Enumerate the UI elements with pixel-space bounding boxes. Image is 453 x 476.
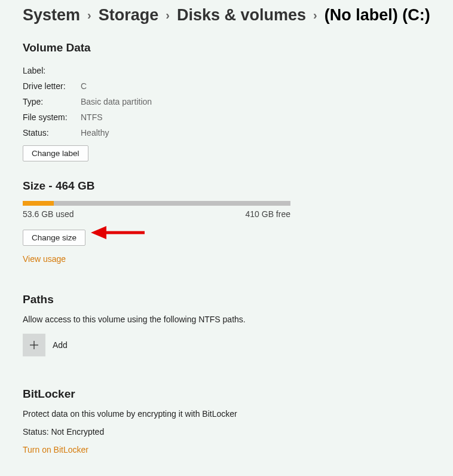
turn-on-bitlocker-link[interactable]: Turn on BitLocker — [23, 445, 88, 454]
drive-letter-key: Drive letter: — [23, 78, 81, 94]
plus-icon — [29, 340, 39, 350]
bitlocker-status: Status: Not Encrypted — [23, 427, 430, 437]
breadcrumb-current: (No label) (C:) — [325, 6, 430, 25]
chevron-right-icon: › — [310, 8, 321, 22]
usage-used-label: 53.6 GB used — [23, 209, 74, 219]
volume-data-title: Volume Data — [23, 41, 430, 54]
type-value: Basic data partition — [81, 94, 152, 109]
breadcrumb-storage[interactable]: Storage — [99, 6, 159, 25]
chevron-right-icon: › — [84, 8, 95, 22]
change-label-button[interactable]: Change label — [23, 145, 88, 161]
annotation-arrow-icon — [90, 224, 146, 242]
chevron-right-icon: › — [162, 8, 173, 22]
usage-bar-fill — [23, 201, 54, 206]
breadcrumb-disks-volumes[interactable]: Disks & volumes — [177, 6, 306, 25]
usage-free-label: 410 GB free — [246, 209, 291, 219]
file-system-value: NTFS — [81, 109, 103, 125]
breadcrumb-system[interactable]: System — [23, 6, 80, 25]
change-size-button[interactable]: Change size — [23, 230, 85, 246]
paths-title: Paths — [23, 293, 430, 306]
paths-description: Allow access to this volume using the fo… — [23, 315, 430, 324]
file-system-key: File system: — [23, 109, 81, 125]
drive-letter-value: C — [81, 78, 87, 94]
add-path-button[interactable] — [23, 334, 45, 356]
type-key: Type: — [23, 94, 81, 109]
status-value: Healthy — [81, 125, 109, 141]
size-title: Size - 464 GB — [23, 179, 430, 193]
bitlocker-title: BitLocker — [23, 387, 430, 401]
bitlocker-description: Protect data on this volume by encryptin… — [23, 409, 430, 419]
status-key: Status: — [23, 125, 81, 141]
volume-data-table: Label: Drive letter: C Type: Basic data … — [23, 63, 430, 141]
svg-marker-1 — [91, 226, 106, 239]
label-key: Label: — [23, 63, 81, 78]
view-usage-link[interactable]: View usage — [23, 254, 66, 264]
usage-bar: 53.6 GB used 410 GB free — [23, 201, 290, 219]
add-path-label: Add — [53, 340, 68, 350]
breadcrumb: System › Storage › Disks & volumes › (No… — [23, 6, 430, 25]
